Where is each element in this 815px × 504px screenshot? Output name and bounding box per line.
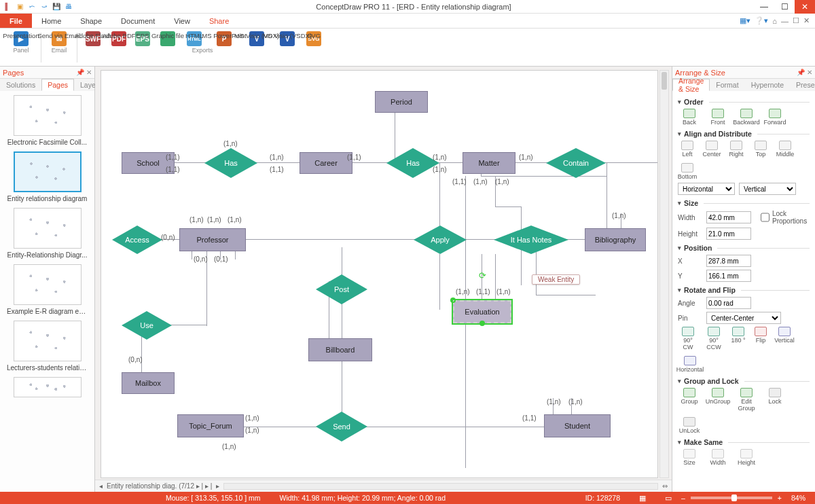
- subtab-arrange[interactable]: Arrange & Size: [672, 79, 710, 91]
- align-middle-button[interactable]: Middle: [776, 141, 795, 158]
- help-grid-icon[interactable]: ▦▾: [740, 16, 750, 25]
- rotate-ccw-button[interactable]: 90° CCW: [704, 327, 724, 350]
- nudge-icon[interactable]: ⇔: [662, 482, 668, 490]
- angle-input[interactable]: [706, 297, 751, 309]
- rel-use[interactable]: Use: [122, 311, 172, 340]
- tab-document[interactable]: Document: [111, 14, 164, 28]
- ungroup-button[interactable]: UnGroup: [706, 388, 729, 412]
- subtab-hypernote[interactable]: Hypernote: [745, 79, 790, 91]
- pin-select[interactable]: Center-Center: [706, 312, 781, 324]
- order-forward-button[interactable]: Forward: [763, 109, 786, 126]
- order-backward-button[interactable]: Backward: [735, 109, 758, 126]
- entity-mailbox[interactable]: Mailbox: [122, 372, 175, 394]
- pos-y-input[interactable]: [706, 270, 751, 282]
- same-height-button[interactable]: Height: [735, 449, 758, 466]
- qat-redo-icon[interactable]: ⤻: [39, 2, 49, 12]
- rel-contain[interactable]: Contain: [546, 148, 606, 178]
- rotate-180-button[interactable]: 180 °: [729, 327, 747, 350]
- rel-access[interactable]: Access: [112, 226, 162, 254]
- rotate-handle-icon[interactable]: ⟳: [479, 270, 486, 281]
- qat-undo-icon[interactable]: ⤺: [27, 2, 37, 12]
- page-thumb[interactable]: [7, 377, 88, 397]
- ribbon-export-graphic[interactable]: Graphic file: [153, 30, 182, 46]
- page-first-button[interactable]: ◂: [99, 482, 103, 490]
- size-height-input[interactable]: [706, 228, 751, 240]
- page-next-button[interactable]: ▸: [216, 482, 219, 490]
- subtab-pages[interactable]: Pages: [41, 79, 74, 91]
- ribbon-export-vsdx[interactable]: VMS Visio (VSDX): [272, 30, 303, 46]
- entity-bibliography[interactable]: Bibliography: [585, 228, 646, 251]
- lock-proportions-checkbox[interactable]: [761, 211, 769, 223]
- size-width-input[interactable]: [706, 211, 751, 223]
- entity-student[interactable]: Student: [544, 414, 611, 437]
- ribbon-send-email[interactable]: ✉ Send via Email: [44, 30, 74, 46]
- ribbon-presentation[interactable]: ▶ Presentation: [4, 30, 38, 46]
- qat-save-icon[interactable]: 💾: [52, 2, 61, 12]
- page-thumbnails[interactable]: Electronic Facsimile Coll... Entity rela…: [0, 91, 94, 492]
- lock-button[interactable]: Lock: [763, 388, 786, 412]
- qat-print-icon[interactable]: 🖶: [64, 2, 73, 12]
- page-thumb[interactable]: Entity relationship diagram: [7, 151, 88, 202]
- pin-icon[interactable]: 📌 ✕: [76, 69, 92, 76]
- edit-group-button[interactable]: Edit Group: [735, 388, 758, 412]
- mdi-restore-icon[interactable]: —: [781, 17, 789, 25]
- help-icon[interactable]: ❔▾: [755, 16, 768, 25]
- entity-evaluation-selected[interactable]: Evaluation: [453, 300, 511, 323]
- tab-shape[interactable]: Shape: [71, 14, 111, 28]
- ribbon-export-pdf[interactable]: PDFAdobe PDF: [106, 30, 132, 46]
- align-right-button[interactable]: Right: [727, 141, 746, 158]
- page-thumb[interactable]: Example E-R diagram ext...: [7, 264, 88, 315]
- entity-matter[interactable]: Matter: [463, 152, 515, 174]
- close-button[interactable]: ✕: [795, 0, 815, 14]
- flip-button[interactable]: Flip: [753, 327, 769, 350]
- status-fit-icon[interactable]: ▭: [655, 494, 681, 502]
- align-center-button[interactable]: Center: [702, 141, 721, 158]
- entity-period[interactable]: Period: [375, 91, 428, 113]
- distribute-vertical-select[interactable]: Vertical: [739, 183, 796, 195]
- entity-career[interactable]: Career: [300, 152, 352, 174]
- mdimin-icon[interactable]: ⌂: [772, 17, 777, 25]
- order-back-button[interactable]: Back: [678, 109, 701, 126]
- rel-ithasnotes[interactable]: It Has Notes: [494, 226, 568, 254]
- qat-new-icon[interactable]: ▌: [3, 2, 12, 12]
- align-bottom-button[interactable]: Bottom: [678, 163, 697, 180]
- tab-file[interactable]: File: [0, 14, 32, 28]
- same-size-button[interactable]: Size: [678, 449, 701, 466]
- flip-vertical-button[interactable]: Vertical: [774, 327, 795, 350]
- same-width-button[interactable]: Width: [706, 449, 729, 466]
- page-indicator[interactable]: Entity relationship diag. (7/12 ▸ | ▸ |: [107, 482, 212, 490]
- diagram-canvas[interactable]: Period School Career Matter Bibliography…: [101, 70, 658, 478]
- entity-billboard[interactable]: Billboard: [308, 338, 372, 361]
- pin-icon[interactable]: 📌 ✕: [797, 69, 812, 76]
- entity-professor[interactable]: Professor: [179, 228, 246, 251]
- order-front-button[interactable]: Front: [706, 109, 729, 126]
- zoom-slider[interactable]: [691, 497, 772, 499]
- horizontal-scrollbar[interactable]: [223, 483, 658, 490]
- rel-has[interactable]: Has: [204, 148, 257, 178]
- entity-topic-forum[interactable]: Topic_Forum: [177, 414, 244, 437]
- minimize-button[interactable]: —: [754, 0, 774, 14]
- subtab-format[interactable]: Format: [710, 79, 744, 91]
- tab-home[interactable]: Home: [32, 14, 71, 28]
- qat-open-icon[interactable]: ▣: [15, 2, 24, 12]
- tab-view[interactable]: View: [164, 14, 200, 28]
- distribute-horizontal-select[interactable]: Horizontal: [678, 183, 735, 195]
- subtab-solutions[interactable]: Solutions: [0, 79, 41, 91]
- subtab-presentation[interactable]: Presentation: [790, 79, 815, 91]
- rel-send[interactable]: Send: [316, 412, 367, 442]
- mdi-close-icon[interactable]: ✕: [803, 16, 810, 25]
- pos-x-input[interactable]: [706, 255, 751, 267]
- page-thumb[interactable]: Entity-Relationship Diagr...: [7, 208, 88, 259]
- page-thumb[interactable]: Lecturers-students relatio...: [7, 321, 88, 372]
- rotate-cw-button[interactable]: 90° CW: [678, 327, 698, 350]
- maximize-button[interactable]: ☐: [774, 0, 795, 14]
- flip-horizontal-button[interactable]: Horizontal: [678, 356, 702, 373]
- status-view-icon[interactable]: ▦: [630, 494, 655, 502]
- zoom-out-button[interactable]: –: [681, 494, 685, 502]
- rel-post[interactable]: Post: [316, 274, 367, 304]
- align-top-button[interactable]: Top: [751, 141, 770, 158]
- mdi-max-icon[interactable]: ☐: [793, 16, 799, 25]
- align-left-button[interactable]: Left: [678, 141, 697, 158]
- rel-apply[interactable]: Apply: [414, 226, 467, 254]
- unlock-button[interactable]: UnLock: [678, 417, 701, 434]
